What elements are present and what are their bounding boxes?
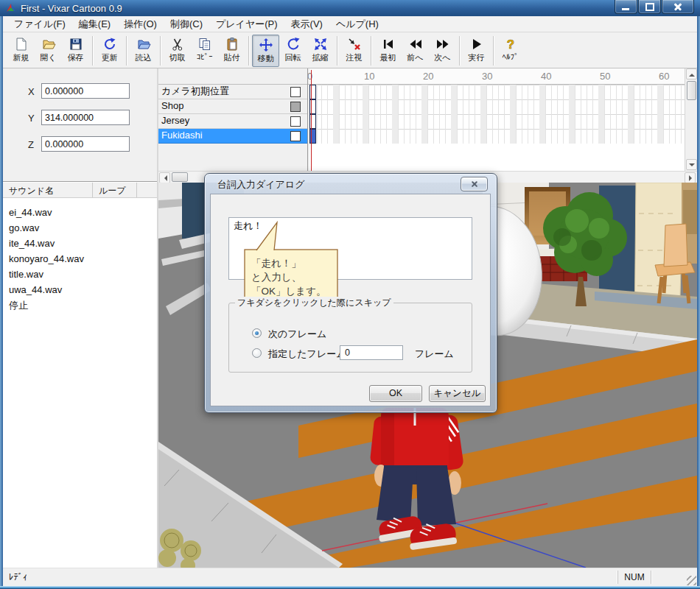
dialog-close-button[interactable] (461, 177, 488, 191)
jersey-character (370, 408, 464, 550)
help-icon: ? (503, 37, 518, 52)
z-label: Z (28, 139, 34, 150)
help-button[interactable]: ? ﾍﾙﾌﾟ (497, 35, 524, 67)
move-icon (259, 38, 273, 52)
timeline-grid[interactable] (309, 85, 685, 144)
run-button[interactable]: 実行 (463, 35, 490, 67)
track-checkbox[interactable] (290, 131, 301, 141)
window-border-right (697, 16, 700, 586)
rotate-icon (286, 37, 301, 52)
sound-item[interactable]: konoyaro_44.wav (3, 251, 157, 267)
menu-control[interactable]: 制御(C) (164, 16, 209, 32)
update-button[interactable]: 更新 (96, 35, 123, 67)
menu-player[interactable]: プレイヤー(P) (209, 16, 284, 32)
sound-list-header: サウンド名 ループ (3, 183, 157, 198)
save-icon (69, 37, 83, 52)
prev-frame-button[interactable]: 前へ (402, 35, 429, 67)
minimize-button[interactable] (615, 0, 637, 14)
toolbar-separator (337, 36, 337, 66)
track-row-camera[interactable]: カメラ初期位置 (158, 85, 307, 99)
minimize-icon (622, 8, 629, 10)
scroll-right-button[interactable] (685, 172, 696, 183)
toolbar-separator (493, 36, 494, 66)
dialog-body: 走れ！ 「走れ！」 と入力し、 「OK」します。 フキダシをクリックした際にスキ… (210, 194, 491, 406)
rotate-button[interactable]: 回転 (279, 35, 307, 67)
paste-icon (225, 37, 239, 52)
arrow-left-icon (161, 175, 167, 181)
sound-item[interactable]: title.wav (3, 267, 157, 282)
x-field[interactable] (41, 83, 130, 99)
sound-list: ei_44.wav go.wav ite_44.wav konoyaro_44.… (3, 198, 157, 313)
skip-group-box (228, 303, 472, 373)
radio-specified-frame[interactable] (252, 348, 262, 358)
first-frame-button[interactable]: 最初 (374, 35, 402, 67)
move-button[interactable]: 移動 (252, 35, 279, 67)
menu-view[interactable]: 表示(V) (284, 16, 329, 32)
svg-text:?: ? (506, 38, 514, 52)
scroll-down-button[interactable] (686, 159, 697, 170)
next-frame-button[interactable]: 次へ (429, 35, 456, 67)
scroll-left-button[interactable] (159, 172, 170, 183)
cut-button[interactable]: 切取 (164, 35, 191, 67)
column-loop[interactable]: ループ (93, 183, 137, 197)
sound-item[interactable]: ite_44.wav (3, 236, 157, 251)
menu-edit[interactable]: 編集(E) (72, 16, 117, 32)
toolbar-separator (459, 36, 460, 66)
y-field[interactable] (41, 110, 130, 125)
sound-item[interactable]: go.wav (3, 220, 157, 236)
dialog-title: 台詞入力ダイアログ (217, 178, 305, 191)
building-wall-left (158, 183, 183, 239)
sound-item[interactable]: uwa_44.wav (3, 282, 157, 297)
sound-item[interactable]: 停止 (3, 297, 157, 313)
z-field[interactable] (41, 136, 130, 152)
menu-file[interactable]: ファイル(F) (7, 16, 72, 32)
gaze-button[interactable]: 注視 (340, 35, 368, 67)
svg-text:「走れ！」: 「走れ！」 (251, 258, 301, 269)
copy-button[interactable]: ｺﾋﾟｰ (191, 35, 218, 67)
load-button[interactable]: 読込 (130, 35, 157, 67)
track-row-fukidashi[interactable]: Fukidashi (158, 129, 307, 144)
open-button[interactable]: 開く (35, 35, 62, 67)
ok-button[interactable]: OK (369, 385, 422, 402)
save-button[interactable]: 保存 (62, 35, 89, 67)
paste-button[interactable]: 貼付 (218, 35, 245, 67)
window-title: First - Vixar Cartoon 0.9 (21, 3, 122, 14)
track-row-jersey[interactable]: Jersey (158, 114, 307, 129)
column-sound-name[interactable]: サウンド名 (3, 183, 93, 197)
menu-operation[interactable]: 操作(O) (117, 16, 164, 32)
sound-panel: サウンド名 ループ ei_44.wav go.wav ite_44.wav ko… (3, 183, 157, 568)
track-checkbox[interactable] (290, 87, 301, 97)
timeline-ruler[interactable]: 0 10 20 30 40 50 60 (309, 68, 685, 84)
radio-next-frame-label: 次のフレーム (268, 328, 326, 341)
scale-icon (313, 37, 328, 52)
track-checkbox[interactable] (290, 102, 301, 112)
scale-button[interactable]: 拡縮 (307, 35, 334, 67)
playhead[interactable] (311, 70, 312, 171)
x-label: X (28, 86, 35, 97)
timeline-grid-empty (309, 144, 685, 171)
vscroll-thumb[interactable] (687, 81, 696, 100)
hscroll-thumb[interactable] (172, 172, 188, 182)
skip-group-label: フキダシをクリックした際にスキップ (235, 297, 393, 309)
maximize-button[interactable] (638, 0, 661, 14)
track-row-shop[interactable]: Shop (158, 99, 307, 114)
scroll-up-button[interactable] (686, 68, 697, 80)
radio-next-frame[interactable] (252, 328, 262, 338)
close-button[interactable] (662, 0, 694, 14)
cancel-button[interactable]: キャンセル (429, 385, 486, 402)
arrow-down-icon (689, 163, 695, 169)
ruler-tick: 40 (541, 71, 551, 82)
sound-item[interactable]: ei_44.wav (3, 205, 157, 220)
new-document-icon (14, 37, 29, 52)
timeline-vscrollbar[interactable] (685, 68, 697, 171)
track-checkbox[interactable] (290, 116, 301, 127)
frame-number-field[interactable] (340, 345, 403, 360)
first-frame-icon (381, 37, 396, 52)
toolbar-separator (371, 36, 371, 66)
dialogue-input-dialog: 台詞入力ダイアログ 走れ！ 「走れ！」 と入力し、 「OK」します。 フキダシを… (204, 173, 497, 413)
next-frame-icon (435, 37, 450, 52)
app-window: First - Vixar Cartoon 0.9 ファイル(F) 編集(E) … (0, 0, 700, 589)
menu-help[interactable]: ヘルプ(H) (329, 16, 385, 32)
new-button[interactable]: 新規 (7, 35, 35, 67)
resize-grip[interactable] (687, 576, 696, 585)
